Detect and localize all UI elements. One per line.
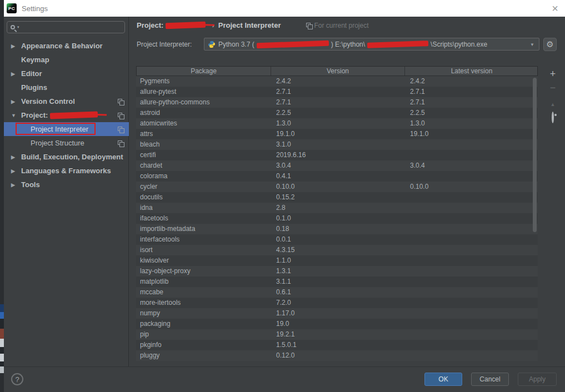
table-row[interactable]: certifi2019.6.16	[136, 150, 538, 160]
package-table-body: Pygments2.4.22.4.2allure-pytest2.7.12.7.…	[136, 76, 538, 361]
table-row[interactable]: kiwisolver1.1.0	[136, 255, 538, 266]
package-name: Pygments	[136, 76, 270, 87]
table-row[interactable]: astroid2.2.52.2.5	[136, 108, 538, 118]
package-latest-version	[404, 298, 538, 308]
table-row[interactable]: pip19.2.1	[136, 329, 538, 340]
table-row[interactable]: docutils0.15.2	[136, 192, 538, 203]
package-name: colorama	[136, 171, 270, 182]
table-row[interactable]: numpy1.17.0	[136, 308, 538, 319]
table-row[interactable]: isort4.3.15	[136, 245, 538, 255]
table-row[interactable]: mccabe0.6.1	[136, 287, 538, 298]
table-row[interactable]: attrs19.1.019.1.0	[136, 129, 538, 139]
table-row[interactable]: allure-pytest2.7.12.7.1	[136, 87, 538, 97]
chevron-right-icon[interactable]: ▶	[11, 99, 18, 104]
table-row[interactable]: pluggy0.12.0	[136, 350, 538, 361]
package-latest-version	[404, 350, 538, 361]
package-version: 3.0.4	[270, 160, 404, 171]
table-row[interactable]: allure-python-commons2.7.12.7.1	[136, 97, 538, 108]
package-latest-version	[404, 150, 538, 160]
project-scope-icon	[118, 140, 122, 145]
table-row[interactable]: idna2.8	[136, 203, 538, 213]
chevron-right-icon[interactable]: ▶	[11, 168, 18, 174]
package-name: matplotlib	[136, 277, 270, 287]
package-table-header[interactable]: PackageVersionLatest version	[136, 66, 538, 76]
table-row[interactable]: pkginfo1.5.0.1	[136, 340, 538, 350]
package-latest-version	[404, 139, 538, 150]
chevron-down-icon[interactable]: ▼	[11, 113, 18, 118]
package-version: 2.4.2	[270, 76, 404, 87]
package-version: 0.12.0	[270, 350, 404, 361]
table-row[interactable]: lazy-object-proxy1.3.1	[136, 266, 538, 277]
ok-button[interactable]: OK	[424, 373, 462, 386]
package-name: more-itertools	[136, 298, 270, 308]
gear-icon[interactable]: ⚙	[543, 38, 557, 51]
close-icon[interactable]: ×	[552, 2, 558, 15]
settings-sidebar: ▾ ▶Appearance & BehaviorKeymap▶EditorPlu…	[0, 17, 129, 366]
help-button[interactable]: ?	[11, 373, 23, 385]
redaction-scribble	[367, 41, 428, 48]
install-package-button[interactable]: +	[546, 68, 559, 83]
cancel-button[interactable]: Cancel	[471, 373, 509, 386]
table-row[interactable]: Pygments2.4.22.4.2	[136, 76, 538, 87]
show-early-releases-button[interactable]	[546, 113, 559, 128]
sidebar-item-appearance-behavior[interactable]: ▶Appearance & Behavior	[0, 39, 129, 53]
sidebar-item-label: Keymap	[21, 56, 49, 64]
uninstall-package-button[interactable]: −	[546, 83, 559, 98]
chevron-right-icon[interactable]: ▶	[11, 182, 18, 188]
package-name: allure-python-commons	[136, 97, 270, 108]
sidebar-item-plugins[interactable]: Plugins	[0, 81, 129, 94]
table-row[interactable]: matplotlib3.1.1	[136, 277, 538, 287]
apply-button[interactable]: Apply	[518, 373, 557, 386]
background-window-sliver	[0, 347, 4, 354]
table-row[interactable]: atomicwrites1.3.01.3.0	[136, 118, 538, 129]
chevron-right-icon[interactable]: ▶	[11, 43, 18, 49]
eye-icon	[552, 112, 554, 123]
column-header-package[interactable]: Package	[137, 67, 271, 76]
package-latest-version	[404, 224, 538, 234]
sidebar-item-languages-frameworks[interactable]: ▶Languages & Frameworks	[0, 164, 129, 178]
sidebar-item-build-execution-deployment[interactable]: ▶Build, Execution, Deployment	[0, 150, 129, 164]
sidebar-item-project[interactable]: ▼Project:	[0, 108, 129, 122]
search-input[interactable]	[19, 23, 124, 31]
table-row[interactable]: chardet3.0.43.0.4	[136, 160, 538, 171]
table-row[interactable]: ifacetools0.1.0	[136, 213, 538, 224]
package-version: 0.1.0	[270, 213, 404, 224]
package-name: mccabe	[136, 287, 270, 298]
package-name: numpy	[136, 308, 270, 319]
package-version: 19.2.1	[270, 329, 404, 340]
table-row[interactable]: bleach3.1.0	[136, 139, 538, 150]
upgrade-package-button[interactable]: ▲	[546, 98, 559, 113]
sidebar-item-editor[interactable]: ▶Editor	[0, 67, 129, 81]
interpreter-select[interactable]: Python 3.7 ( ) E:\python\ \Scripts\pytho…	[204, 38, 539, 51]
package-table: PackageVersionLatest version Pygments2.4…	[136, 66, 538, 361]
column-header-latest-version[interactable]: Latest version	[404, 67, 538, 76]
sidebar-item-label: Tools	[21, 180, 40, 189]
table-row[interactable]: colorama0.4.1	[136, 171, 538, 182]
chevron-right-icon[interactable]: ▶	[11, 71, 18, 77]
project-scope-icon	[118, 113, 122, 117]
package-latest-version: 2.7.1	[404, 87, 538, 97]
table-row[interactable]: cycler0.10.00.10.0	[136, 182, 538, 192]
sidebar-item-tools[interactable]: ▶Tools	[0, 178, 129, 192]
table-row[interactable]: interfacetools0.0.1	[136, 234, 538, 245]
sidebar-item-version-control[interactable]: ▶Version Control	[0, 94, 129, 108]
package-version: 1.1.0	[270, 255, 404, 266]
settings-search-box[interactable]: ▾	[7, 21, 125, 33]
table-row[interactable]: packaging19.0	[136, 319, 538, 329]
package-latest-version	[404, 340, 538, 350]
column-header-version[interactable]: Version	[271, 67, 404, 76]
package-version: 2.7.1	[270, 97, 404, 108]
scope-note-label: For current project	[314, 22, 368, 29]
sidebar-item-keymap[interactable]: Keymap	[0, 53, 129, 67]
table-row[interactable]: more-itertools7.2.0	[136, 298, 538, 308]
package-name: pluggy	[136, 350, 270, 361]
package-latest-version	[404, 319, 538, 329]
package-name: docutils	[136, 192, 270, 203]
chevron-right-icon[interactable]: ▶	[11, 154, 18, 160]
interpreter-value-prefix: Python 3.7 (	[218, 41, 254, 48]
table-row[interactable]: importlib-metadata0.18	[136, 224, 538, 234]
sidebar-item-project-interpreter[interactable]: Project Interpreter	[0, 122, 129, 136]
table-scrollbar[interactable]	[533, 78, 537, 232]
chevron-down-icon[interactable]: ▼	[530, 42, 534, 47]
sidebar-item-project-structure[interactable]: Project Structure	[0, 136, 129, 150]
